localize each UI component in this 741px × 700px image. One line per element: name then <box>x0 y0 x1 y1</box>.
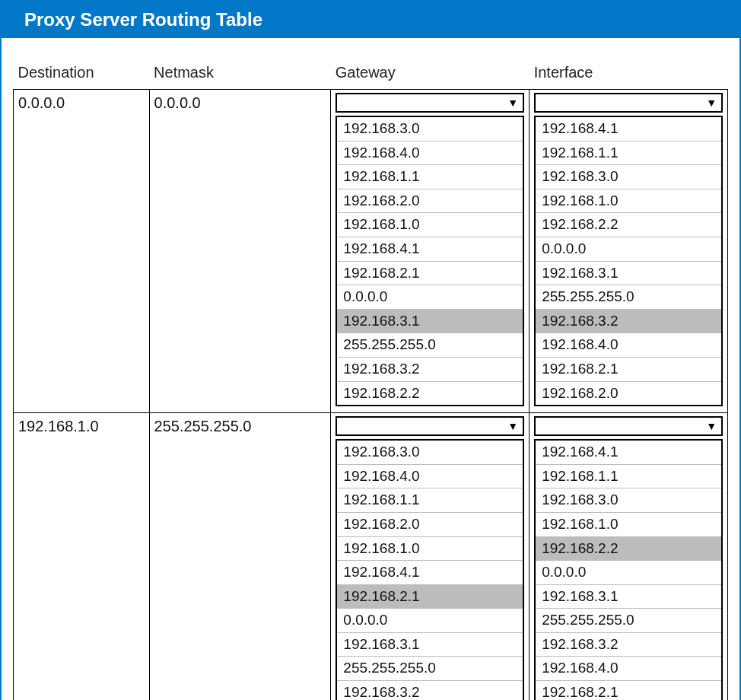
interface-option[interactable]: 192.168.3.2 <box>536 633 721 657</box>
gateway-option[interactable]: 192.168.2.0 <box>337 189 523 214</box>
header-gateway: Gateway <box>331 61 530 90</box>
table-row: 0.0.0.00.0.0.0▼192.168.3.0192.168.4.0192… <box>14 90 728 413</box>
gateway-dropdown[interactable]: ▼192.168.3.0192.168.4.0192.168.1.1192.16… <box>336 93 524 406</box>
gateway-dropdown-list: 192.168.3.0192.168.4.0192.168.1.1192.168… <box>336 439 524 700</box>
interface-option[interactable]: 192.168.2.0 <box>536 382 721 406</box>
gateway-dropdown-list: 192.168.3.0192.168.4.0192.168.1.1192.168… <box>336 116 524 406</box>
content-area: Destination Netmask Gateway Interface 0.… <box>2 38 739 700</box>
interface-option[interactable]: 192.168.1.1 <box>536 142 721 166</box>
interface-dropdown-list: 192.168.4.1192.168.1.1192.168.3.0192.168… <box>534 439 723 700</box>
interface-option[interactable]: 192.168.4.0 <box>536 657 721 681</box>
gateway-option[interactable]: 192.168.4.1 <box>337 237 523 262</box>
gateway-cell: ▼192.168.3.0192.168.4.0192.168.1.1192.16… <box>331 90 530 413</box>
interface-option[interactable]: 192.168.4.1 <box>536 441 721 465</box>
header-destination: Destination <box>14 61 150 90</box>
interface-option[interactable]: 0.0.0.0 <box>536 237 721 262</box>
gateway-option[interactable]: 192.168.1.0 <box>337 213 523 237</box>
interface-option[interactable]: 192.168.3.1 <box>536 262 721 286</box>
gateway-option[interactable]: 192.168.2.0 <box>337 513 523 537</box>
gateway-option[interactable]: 192.168.1.1 <box>337 165 523 189</box>
interface-option[interactable]: 192.168.4.0 <box>536 333 721 358</box>
interface-option[interactable]: 192.168.1.0 <box>536 189 721 214</box>
gateway-option[interactable]: 192.168.3.1 <box>337 310 523 334</box>
interface-option[interactable]: 192.168.2.2 <box>536 213 721 237</box>
gateway-option[interactable]: 192.168.3.0 <box>337 117 523 142</box>
destination-cell: 0.0.0.0 <box>14 90 150 413</box>
interface-dropdown[interactable]: ▼192.168.4.1192.168.1.1192.168.3.0192.16… <box>534 416 723 700</box>
netmask-cell: 0.0.0.0 <box>149 90 331 413</box>
chevron-down-icon: ▼ <box>706 420 717 432</box>
gateway-option[interactable]: 255.255.255.0 <box>337 333 523 358</box>
interface-cell: ▼192.168.4.1192.168.1.1192.168.3.0192.16… <box>530 413 728 700</box>
window: Proxy Server Routing Table Destination N… <box>0 0 741 700</box>
gateway-option[interactable]: 192.168.1.1 <box>337 488 523 513</box>
routing-table: Destination Netmask Gateway Interface 0.… <box>13 61 728 700</box>
gateway-option[interactable]: 192.168.3.2 <box>337 681 523 700</box>
interface-option[interactable]: 192.168.3.0 <box>536 488 721 513</box>
chevron-down-icon: ▼ <box>706 97 717 109</box>
interface-option[interactable]: 192.168.2.1 <box>536 681 721 700</box>
interface-option[interactable]: 0.0.0.0 <box>536 561 721 585</box>
header-netmask: Netmask <box>149 61 331 90</box>
interface-option[interactable]: 192.168.3.1 <box>536 585 721 609</box>
gateway-dropdown-header[interactable]: ▼ <box>336 416 524 436</box>
interface-dropdown-header[interactable]: ▼ <box>534 416 723 436</box>
header-interface: Interface <box>530 61 728 90</box>
gateway-dropdown-header[interactable]: ▼ <box>336 93 524 113</box>
interface-dropdown-header[interactable]: ▼ <box>534 93 723 113</box>
gateway-dropdown[interactable]: ▼192.168.3.0192.168.4.0192.168.1.1192.16… <box>336 416 524 700</box>
netmask-cell: 255.255.255.0 <box>149 413 331 700</box>
gateway-option[interactable]: 192.168.2.1 <box>337 585 523 609</box>
interface-option[interactable]: 192.168.2.2 <box>536 537 721 562</box>
gateway-option[interactable]: 0.0.0.0 <box>337 285 523 310</box>
interface-option[interactable]: 192.168.1.1 <box>536 465 721 489</box>
gateway-option[interactable]: 192.168.4.1 <box>337 561 523 585</box>
interface-option[interactable]: 192.168.3.0 <box>536 165 721 189</box>
gateway-option[interactable]: 192.168.4.0 <box>337 465 523 489</box>
interface-dropdown-list: 192.168.4.1192.168.1.1192.168.3.0192.168… <box>534 116 723 406</box>
page-title: Proxy Server Routing Table <box>24 9 262 30</box>
gateway-option[interactable]: 255.255.255.0 <box>337 657 523 681</box>
destination-cell: 192.168.1.0 <box>14 413 150 700</box>
interface-option[interactable]: 192.168.4.1 <box>536 117 721 142</box>
gateway-option[interactable]: 192.168.2.2 <box>337 382 523 406</box>
gateway-option[interactable]: 192.168.1.0 <box>337 537 523 562</box>
interface-option[interactable]: 255.255.255.0 <box>536 285 721 310</box>
interface-cell: ▼192.168.4.1192.168.1.1192.168.3.0192.16… <box>530 90 728 413</box>
interface-option[interactable]: 192.168.3.2 <box>536 310 721 334</box>
interface-option[interactable]: 192.168.1.0 <box>536 513 721 537</box>
gateway-option[interactable]: 192.168.4.0 <box>337 142 523 166</box>
chevron-down-icon: ▼ <box>507 97 518 109</box>
gateway-cell: ▼192.168.3.0192.168.4.0192.168.1.1192.16… <box>331 413 530 700</box>
interface-option[interactable]: 255.255.255.0 <box>536 609 721 633</box>
gateway-option[interactable]: 192.168.3.2 <box>337 358 523 382</box>
gateway-option[interactable]: 0.0.0.0 <box>337 609 523 633</box>
interface-option[interactable]: 192.168.2.1 <box>536 358 721 382</box>
table-row: 192.168.1.0255.255.255.0▼192.168.3.0192.… <box>14 413 728 700</box>
chevron-down-icon: ▼ <box>507 420 518 432</box>
gateway-option[interactable]: 192.168.3.1 <box>337 633 523 657</box>
title-bar: Proxy Server Routing Table <box>2 2 739 38</box>
gateway-option[interactable]: 192.168.2.1 <box>337 262 523 286</box>
interface-dropdown[interactable]: ▼192.168.4.1192.168.1.1192.168.3.0192.16… <box>534 93 723 406</box>
gateway-option[interactable]: 192.168.3.0 <box>337 441 523 465</box>
